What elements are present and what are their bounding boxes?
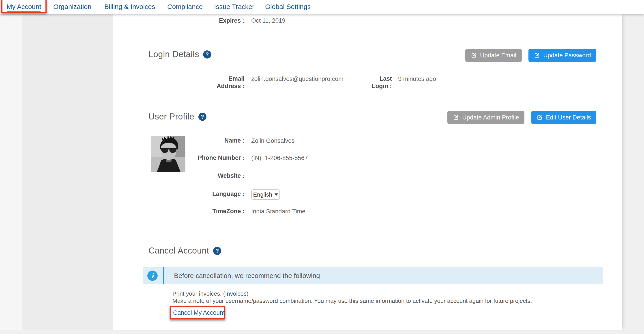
page-left-gutter <box>0 14 22 330</box>
print-invoices-text-suffix: ) <box>246 290 248 297</box>
edit-icon <box>471 52 477 59</box>
phone-number-value: (IN)+1-206-855-5567 <box>251 154 308 162</box>
annotation-highlight-my-account-tab <box>1 0 46 13</box>
cancel-my-account-link[interactable]: Cancel My Account <box>173 309 225 316</box>
caret-down-icon <box>274 193 278 196</box>
edit-user-details-button[interactable]: Edit User Details <box>531 111 596 124</box>
language-dropdown[interactable]: English <box>251 189 280 200</box>
settings-sidebar <box>22 14 113 330</box>
update-password-button[interactable]: Update Password <box>528 49 596 62</box>
edit-icon <box>453 114 459 121</box>
info-icon: i <box>147 270 158 281</box>
website-label: Website : <box>177 172 244 180</box>
expires-value: Oct 11, 2019 <box>251 17 286 25</box>
section-divider <box>139 262 607 262</box>
help-icon[interactable]: ? <box>198 113 206 121</box>
edit-icon <box>534 52 540 59</box>
info-banner-text: Before cancellation, we recommend the fo… <box>174 267 320 284</box>
username-password-note: Make a note of your username/password co… <box>172 297 532 304</box>
tab-billing-invoices[interactable]: Billing & Invoices <box>104 0 155 14</box>
print-invoices-text: Print your invoices. ( <box>172 290 225 297</box>
timezone-label: TimeZone : <box>177 208 244 215</box>
user-profile-heading: User Profile ? <box>148 112 206 122</box>
name-label: Name : <box>177 137 244 144</box>
section-divider <box>139 129 607 129</box>
cancel-account-heading: Cancel Account ? <box>148 246 221 255</box>
cancel-account-title: Cancel Account <box>148 246 209 255</box>
update-admin-profile-button[interactable]: Update Admin Profile <box>448 111 524 124</box>
login-details-heading: Login Details ? <box>148 50 211 59</box>
screen: My Account Organization Billing & Invoic… <box>0 0 644 334</box>
tab-issue-tracker[interactable]: Issue Tracker <box>214 0 254 14</box>
section-divider <box>139 66 607 66</box>
language-dropdown-value: English <box>253 191 272 198</box>
user-profile-title: User Profile <box>148 112 194 122</box>
user-profile-actions: Update Admin Profile Edit User Details <box>448 111 596 124</box>
expires-label: Expires : <box>177 17 244 25</box>
edit-icon <box>536 114 543 121</box>
email-address-label: Email Address : <box>213 75 244 90</box>
timezone-value: India Standard Time <box>251 208 306 215</box>
top-navbar: My Account Organization Billing & Invoic… <box>0 0 644 14</box>
annotation-highlight-cancel-account: Cancel My Account <box>170 306 225 319</box>
info-banner-divider <box>163 267 164 284</box>
invoices-link[interactable]: Invoices <box>225 290 246 297</box>
name-value: Zolin Gonsalves <box>251 137 295 145</box>
print-invoices-line: Print your invoices. (Invoices) <box>172 290 248 297</box>
login-details-title: Login Details <box>148 50 199 59</box>
email-address-value: zolin.gonsalves@questionpro.com <box>251 75 344 83</box>
language-label: Language : <box>177 190 244 198</box>
help-icon[interactable]: ? <box>203 51 211 59</box>
info-banner: i Before cancellation, we recommend the … <box>143 267 603 284</box>
last-login-label: Last Login : <box>365 75 392 90</box>
tab-organization[interactable]: Organization <box>53 0 91 14</box>
update-email-button[interactable]: Update Email <box>465 49 522 62</box>
phone-number-label: Phone Number : <box>177 154 244 162</box>
help-icon[interactable]: ? <box>213 247 221 255</box>
tab-compliance[interactable]: Compliance <box>167 0 203 14</box>
login-details-actions: Update Email Update Password <box>465 49 596 62</box>
tab-global-settings[interactable]: Global Settings <box>265 0 310 14</box>
last-login-value: 9 minutes ago <box>398 75 436 83</box>
